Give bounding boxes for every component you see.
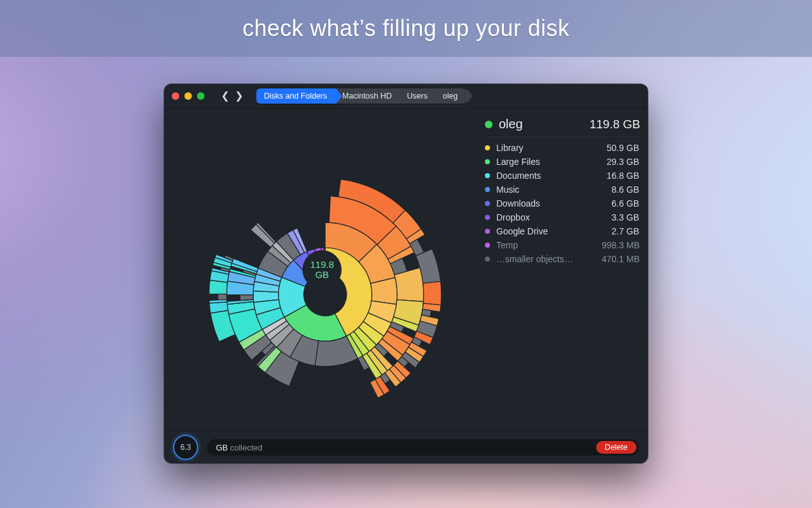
- item-name: Music: [496, 184, 520, 195]
- item-list: Library50.9GBLarge Files29.3GBDocuments1…: [485, 141, 640, 266]
- promo-banner: check what’s filling up your disk: [0, 0, 812, 57]
- sunburst-container: 119.8 GB: [164, 108, 480, 432]
- color-dot: [485, 145, 490, 150]
- item-name: …smaller objects…: [496, 254, 573, 264]
- app-window: ❮ ❯ Disks and FoldersMacintosh HDUsersol…: [164, 84, 648, 463]
- item-size: 16.8GB: [607, 171, 640, 181]
- list-item[interactable]: Music8.6GB: [485, 183, 640, 197]
- close-icon[interactable]: [172, 92, 179, 100]
- zoom-icon[interactable]: [197, 92, 205, 100]
- details-panel: oleg 119.8 GB Library50.9GBLarge Files29…: [485, 114, 640, 266]
- item-size: 50.9GB: [607, 143, 640, 153]
- list-item[interactable]: Google Drive2.7GB: [485, 224, 640, 238]
- selection-size: 119.8 GB: [590, 118, 640, 131]
- item-size: 3.3GB: [612, 212, 640, 222]
- list-item[interactable]: Documents16.8GB: [485, 169, 640, 183]
- titlebar: ❮ ❯ Disks and FoldersMacintosh HDUsersol…: [164, 84, 648, 109]
- color-dot: [485, 201, 490, 206]
- collected-unit: GB: [216, 443, 228, 452]
- color-dot: [485, 243, 490, 248]
- list-item[interactable]: …smaller objects…470.1MB: [485, 252, 640, 266]
- promo-headline: check what’s filling up your disk: [242, 15, 570, 42]
- list-item[interactable]: Downloads6.6GB: [485, 197, 640, 210]
- breadcrumb-item[interactable]: Disks and Folders: [256, 88, 336, 104]
- chart-center-unit: GB: [315, 270, 329, 280]
- list-item[interactable]: Large Files29.3GB: [485, 155, 640, 169]
- list-item[interactable]: Dropbox3.3GB: [485, 210, 640, 224]
- item-name: Google Drive: [496, 226, 548, 236]
- item-name: Library: [496, 143, 523, 153]
- item-size: 2.7GB: [612, 226, 640, 236]
- history-nav: ❮ ❯: [218, 90, 245, 102]
- item-name: Temp: [496, 240, 518, 250]
- item-name: Dropbox: [496, 212, 530, 222]
- minimize-icon[interactable]: [184, 92, 192, 100]
- chart-center-label: 119.8 GB: [302, 250, 342, 289]
- color-dot: [485, 257, 490, 262]
- selection-name: oleg: [499, 117, 523, 131]
- item-size: 998.3MB: [602, 240, 640, 250]
- collected-label: GB collected: [216, 443, 263, 452]
- item-size: 29.3GB: [607, 157, 640, 167]
- chart-center-value: 119.8: [310, 260, 334, 270]
- item-name: Large Files: [496, 157, 540, 167]
- sunburst-chart[interactable]: 119.8 GB: [164, 108, 480, 432]
- selection-dot: [485, 121, 493, 128]
- window-controls: [172, 92, 205, 100]
- forward-button[interactable]: ❯: [232, 90, 245, 102]
- collected-value: 6.3: [181, 443, 191, 452]
- collected-indicator[interactable]: 6.3: [173, 435, 198, 460]
- window-content: 119.8 GB oleg 119.8 GB Library50.9GBLarg…: [164, 108, 648, 432]
- color-dot: [485, 215, 490, 220]
- collected-word: collected: [230, 443, 262, 452]
- color-dot: [485, 187, 490, 192]
- item-size: 8.6GB: [612, 184, 640, 195]
- item-size: 470.1MB: [602, 254, 640, 264]
- breadcrumb: Disks and FoldersMacintosh HDUsersoleg: [256, 88, 467, 104]
- color-dot: [485, 159, 490, 164]
- list-item[interactable]: Library50.9GB: [485, 141, 640, 155]
- panel-header: oleg 119.8 GB: [485, 114, 640, 137]
- back-button[interactable]: ❮: [218, 90, 231, 102]
- list-item[interactable]: Temp998.3MB: [485, 238, 640, 252]
- item-name: Downloads: [496, 198, 540, 209]
- collected-bar: GB collected Delete: [207, 439, 639, 456]
- color-dot: [485, 229, 490, 234]
- item-name: Documents: [496, 171, 541, 181]
- footer-bar: 6.3 GB collected Delete: [164, 431, 648, 463]
- item-size: 6.6GB: [612, 198, 640, 209]
- color-dot: [485, 173, 490, 178]
- delete-button[interactable]: Delete: [596, 441, 636, 454]
